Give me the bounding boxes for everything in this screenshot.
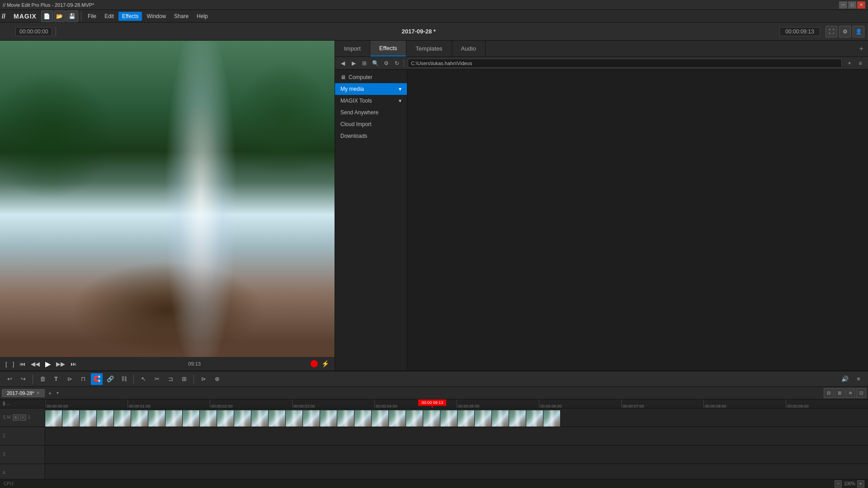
menu-item-window[interactable]: Window [143,12,170,21]
track-label-header: $ ... [0,399,45,408]
account-button[interactable]: 👤 [853,26,864,38]
tab-templates[interactable]: Templates [406,41,452,56]
add-project-tab-button[interactable]: + [46,389,55,398]
tab-effects[interactable]: Effects [370,41,407,56]
title-bar: // Movie Edit Pro Plus - 2017-09-28.MVP*… [0,0,868,10]
menu-item-share[interactable]: Share [170,12,192,21]
minimize-button[interactable]: ─ [839,1,847,9]
sidebar-item-downloads[interactable]: Downloads [335,130,407,142]
multitrack-button[interactable]: ≡ [853,373,864,385]
split-button[interactable]: ⊓ [77,373,89,385]
strip-frame [440,410,458,427]
new-btn[interactable]: 📄 [41,10,53,22]
ripple-button[interactable]: ⊳ [198,373,209,385]
strip-frame [183,410,200,427]
sidebar-label-magix-tools: MAGIX Tools [340,98,372,104]
tab-add-button[interactable]: + [855,41,868,56]
marker-button[interactable]: ⊳ [64,373,75,385]
browser-settings-button[interactable]: ⚙ [381,58,391,68]
record-button[interactable] [311,360,318,367]
sidebar-item-computer[interactable]: 🖥 Computer [335,71,407,83]
prev-frame-button[interactable]: ◀◀ [29,360,42,368]
sidebar-item-cloud-import[interactable]: Cloud Import [335,118,407,130]
strip-frame [303,410,320,427]
track-1-btns: ≤ ÷ [13,414,26,421]
browser-back-button[interactable]: ◀ [338,58,348,68]
file-path-text: C:\Users\lukas.hahn\Videos [411,61,472,66]
track-mute-1[interactable]: ≤ [13,414,19,421]
strip-frame [509,410,526,427]
tab-audio[interactable]: Audio [452,41,486,56]
browser-add-button[interactable]: + [844,58,854,68]
delete-button[interactable]: 🗑 [37,373,48,385]
strip-frame [543,410,561,427]
single-track-view-button[interactable]: ⊟ [824,388,834,398]
zoom-minus-button[interactable]: − [835,480,842,488]
sidebar-item-my-media[interactable]: My media ▾ [335,83,407,95]
strip-frame [492,410,509,427]
tab-import[interactable]: Import [335,41,370,56]
toolbar-separator-1 [56,27,56,37]
browser-search-button[interactable]: 🔍 [370,58,380,68]
menu-item-effects[interactable]: Effects [118,12,142,21]
fx-button[interactable]: ⚡ [320,359,331,368]
select-button[interactable]: ↖ [137,373,149,385]
open-btn[interactable]: 📂 [54,10,66,22]
play-button[interactable]: ▶ [43,359,52,369]
timeline-ruler[interactable]: 00:00:09:13 00:00:00:00 00:00:01:00 00:0… [45,399,868,408]
bracket-start-button[interactable]: [ [4,360,9,368]
text-button[interactable]: T [50,373,62,385]
track-content: 00:00:09:13 00:00:00:00 00:00:01:00 00:0… [45,399,868,483]
link-button[interactable]: 🔗 [104,373,116,385]
next-keyframe-button[interactable]: ⏭ [69,360,78,368]
menu-item-help[interactable]: Help [193,12,212,21]
magnet-button[interactable]: 🧲 [91,373,103,385]
group-button[interactable]: ⊞ [178,373,190,385]
browser-view-button[interactable]: ≡ [855,58,865,68]
my-media-dropdown-icon: ▾ [399,86,401,92]
prev-keyframe-button[interactable]: ⏮ [18,360,27,368]
track-row-3[interactable] [45,446,868,464]
zoom-plus-button[interactable]: + [857,480,864,488]
waveform-view-button[interactable]: ≋ [845,388,855,398]
project-tab-dropdown-arrow[interactable]: ▾ [56,390,60,395]
settings-icon-btn[interactable]: ⚙ [839,26,851,38]
browser-forward-button[interactable]: ▶ [349,58,359,68]
ruler-tick-1: 00:00:01:00 [127,399,151,408]
next-frame-button[interactable]: ▶▶ [54,360,67,368]
trim-button[interactable]: ⊐ [165,373,176,385]
insert-button[interactable]: ⊕ [211,373,223,385]
bracket-end-button[interactable]: ] [11,360,16,368]
sidebar-item-send-anywhere[interactable]: Send Anywhere [335,107,407,118]
unlink-button[interactable]: ⛓ [118,373,130,385]
toolbar-icons: 📄 📂 💾 [41,10,78,22]
multi-track-view-button[interactable]: ⊞ [835,388,844,398]
sidebar-label-my-media: My media [340,86,364,92]
media-panel: Import Effects Templates Audio + ◀ ▶ ⊞ 🔍… [335,41,868,371]
hamburger-button[interactable] [4,27,14,37]
strip-frame [251,410,269,427]
project-tab-1[interactable]: 2017-09-28* ✕ [2,389,45,397]
track-row-1[interactable] [45,408,868,427]
file-path-bar[interactable]: C:\Users\lukas.hahn\Videos [408,59,842,68]
zoom-control: − 100% + [835,480,864,488]
menu-item-edit[interactable]: Edit [101,12,118,21]
browser-refresh-button[interactable]: ↻ [392,58,402,68]
tl-sep-3 [193,375,194,384]
fullscreen-button[interactable]: ⛶ [826,26,837,38]
undo-button[interactable]: ↩ [4,373,15,385]
close-button[interactable]: ✕ [857,1,865,9]
project-tab-close[interactable]: ✕ [36,390,40,395]
redo-button[interactable]: ↪ [17,373,29,385]
zoom-fit-button[interactable]: ⊡ [856,388,866,398]
browser-grid-button[interactable]: ⊞ [359,58,369,68]
track-solo-1[interactable]: ÷ [20,414,26,421]
track-row-2[interactable] [45,427,868,446]
playhead[interactable] [432,399,433,408]
save-btn[interactable]: 💾 [66,10,78,22]
maximize-button[interactable]: □ [848,1,856,9]
volume-button[interactable]: 🔊 [839,373,851,385]
cut-tool-button[interactable]: ✂ [151,373,163,385]
menu-item-file[interactable]: File [84,12,100,21]
sidebar-item-magix-tools[interactable]: MAGIX Tools ▾ [335,95,407,107]
